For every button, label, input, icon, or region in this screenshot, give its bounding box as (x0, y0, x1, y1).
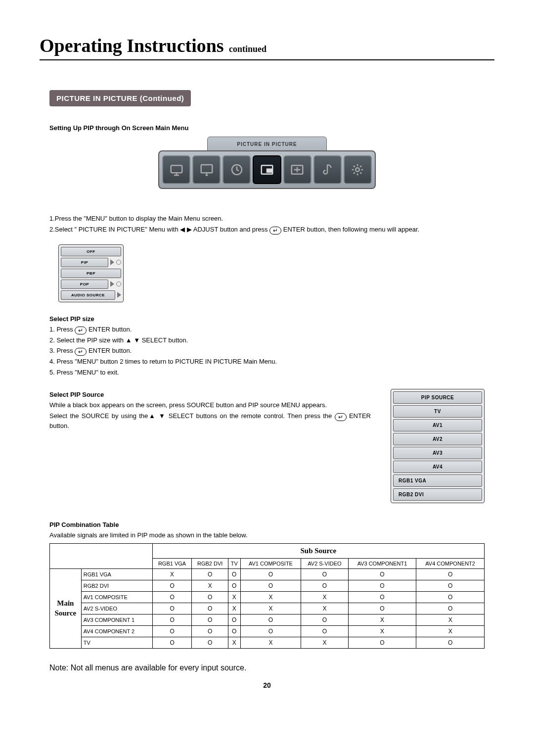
table-cell: O (240, 614, 301, 625)
table-cell: O (152, 591, 192, 603)
table-cell: O (348, 568, 416, 580)
tile-pip-icon (253, 155, 281, 184)
pip-size-step-5: 5. Press "MENU" to exit. (49, 368, 485, 378)
osd-source-av1: AV1 (393, 419, 482, 431)
pip-size-step-4-text: Press "MENU" button 2 times to return to… (56, 358, 277, 365)
table-cell: X (416, 614, 485, 625)
pip-source-p2: Select the SOURCE by using the▲ ▼ SELECT… (49, 411, 371, 431)
table-cell: X (348, 614, 416, 625)
row-label: AV2 S-VIDEO (81, 603, 152, 614)
page-heading: Operating Instructions continued (40, 35, 494, 60)
svg-rect-1 (201, 165, 212, 173)
subhead-setup: Setting Up PIP through On Screen Main Me… (49, 124, 485, 132)
row-label: RGB1 VGA (81, 568, 152, 580)
table-cell: O (301, 568, 348, 580)
osd-item-audiosrc: AUDIO SOURCE (61, 290, 115, 300)
tile-settings-icon (344, 155, 372, 184)
intro-step-2b: ADJUST button and press (192, 226, 269, 233)
pip-illustration: PICTURE IN PICTURE (158, 137, 376, 189)
table-cell: O (348, 580, 416, 591)
table-cell: O (416, 603, 485, 614)
arrow-right-icon: ▶ (187, 226, 192, 233)
enter-icon: ↵ (269, 227, 281, 235)
table-cell: O (416, 591, 485, 603)
table-cell: X (228, 591, 240, 603)
select-pip-source-heading: Select PIP Source (49, 391, 371, 398)
col-header: AV4 COMPONENT2 (416, 558, 485, 568)
sub-source-header: Sub Source (152, 543, 484, 558)
table-cell: X (192, 580, 228, 591)
svg-rect-4 (267, 169, 271, 172)
table-cell: O (301, 625, 348, 637)
note: Note: Not all menus are available for ev… (49, 663, 485, 672)
table-cell: X (228, 637, 240, 648)
row-label: AV3 COMPONENT 1 (81, 614, 152, 625)
triangle-icon (117, 292, 121, 298)
intro-step-1: 1.Press the "MENU" button to display the… (49, 214, 485, 224)
intro-step-2c: ENTER button, then following menu will a… (281, 226, 419, 233)
table-cell: X (301, 637, 348, 648)
row-label: AV4 COMPONENT 2 (81, 625, 152, 637)
table-cell: O (301, 580, 348, 591)
table-cell: O (152, 614, 192, 625)
col-header: AV1 COMPOSITE (240, 558, 301, 568)
arrow-left-icon: ◀ (180, 226, 185, 233)
col-header: RGB1 VGA (152, 558, 192, 568)
col-header: RGB2 DVI (192, 558, 228, 568)
intro-step-2: 2.Select " PICTURE IN PICTURE" Menu with… (49, 225, 485, 235)
table-cell: O (348, 603, 416, 614)
table-cell: X (301, 603, 348, 614)
table-cell: X (301, 591, 348, 603)
osd-source-rgb2: RGB2 DVI (393, 488, 482, 501)
table-cell: O (152, 603, 192, 614)
row-label: TV (81, 637, 152, 648)
table-cell: O (192, 614, 228, 625)
table-cell: X (348, 625, 416, 637)
table-cell: O (152, 580, 192, 591)
table-cell: O (152, 637, 192, 648)
table-cell: O (192, 637, 228, 648)
table-cell: O (192, 591, 228, 603)
circle-icon (116, 282, 121, 286)
pip-size-step-1: 1. Press ↵ ENTER button. (49, 325, 485, 334)
table-cell: O (348, 591, 416, 603)
table-cell: O (240, 625, 301, 637)
intro-step-2a: 2.Select " PICTURE IN PICTURE" Menu with (49, 226, 180, 233)
enter-icon: ↵ (75, 348, 87, 356)
select-pip-size-heading: Select PIP size (49, 315, 485, 323)
table-cell: O (152, 625, 192, 637)
table-cell: X (240, 591, 301, 603)
col-header: AV2 S-VIDEO (301, 558, 348, 568)
pip-source-p2a: Select the SOURCE by using the▲ ▼ SELECT… (49, 412, 335, 420)
combo-heading: PIP Combination Table (49, 521, 485, 528)
enter-icon: ↵ (75, 327, 87, 334)
table-cell: O (416, 568, 485, 580)
osd-source-av2: AV2 (393, 433, 482, 445)
heading-title: Operating Instructions (40, 35, 224, 56)
table-cell: O (228, 568, 240, 580)
col-header: TV (228, 558, 240, 568)
table-cell: O (228, 580, 240, 591)
osd-source-menu: PIP SOURCE TV AV1 AV2 AV3 AV4 RGB1 VGA R… (391, 389, 485, 503)
pip-size-step-3: 3. Press ↵ ENTER button. (49, 346, 485, 356)
section-chip: PICTURE IN PICTURE (Continued) (49, 90, 191, 106)
svg-rect-0 (171, 165, 182, 173)
pip-source-p1: While a black box appears on the screen,… (49, 400, 371, 410)
table-cell: O (192, 625, 228, 637)
col-header: AV3 COMPONENT1 (348, 558, 416, 568)
enter-icon: ↵ (335, 413, 347, 421)
tile-monitor-icon (192, 155, 221, 184)
svg-point-6 (356, 168, 360, 172)
row-label: RGB2 DVI (81, 580, 152, 591)
osd-item-pip: PIP (61, 258, 108, 267)
tile-tv-icon (162, 155, 190, 184)
table-cell: X (240, 637, 301, 648)
circle-icon (116, 260, 121, 265)
triangle-icon (110, 259, 114, 265)
pip-combo-table: Sub Source RGB1 VGARGB2 DVITVAV1 COMPOSI… (49, 543, 485, 649)
pip-size-step-4: 4. Press "MENU" button 2 times to return… (49, 357, 485, 367)
table-cell: O (416, 580, 485, 591)
main-source-header: MainSource (50, 568, 82, 648)
osd-menu: OFF PIP PBP POP AUDIO SOURCE (58, 244, 124, 302)
table-cell: O (192, 603, 228, 614)
